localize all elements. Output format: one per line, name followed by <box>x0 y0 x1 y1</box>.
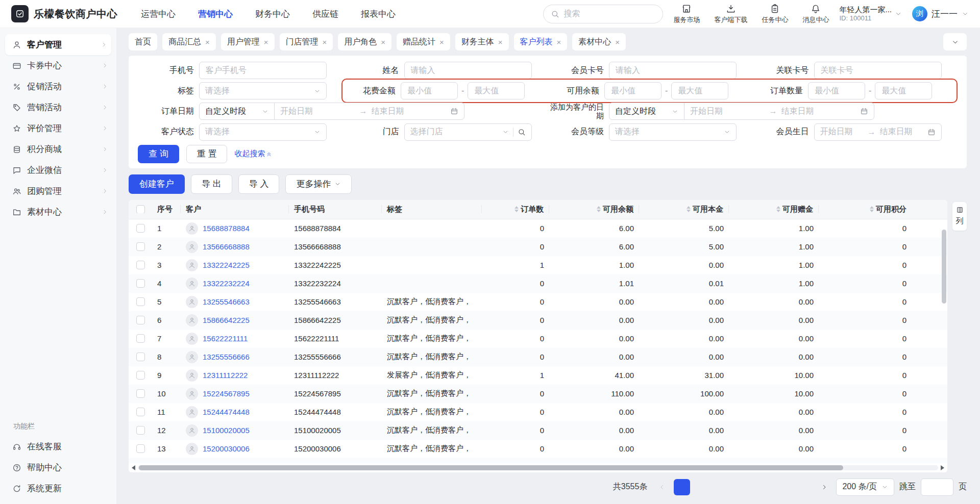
row-checkbox[interactable] <box>136 444 145 453</box>
tab[interactable]: 商品汇总 × <box>162 33 216 51</box>
close-icon[interactable]: × <box>439 38 444 46</box>
sidebar-item[interactable]: 促销活动 <box>0 76 116 97</box>
sidebar-footer-item[interactable]: 在线客服 <box>0 436 116 457</box>
search-input[interactable] <box>564 9 669 18</box>
table-row[interactable]: 7 15622221111 15622221111 沉默客户，低消费客户， 0 … <box>129 330 947 348</box>
export-button[interactable]: 导 出 <box>191 174 232 194</box>
table-row[interactable]: 9 12311112222 12311112222 发展客户，低消费客户， 1 … <box>129 366 947 385</box>
table-row[interactable]: 8 13255556666 13255556666 沉默客户，低消费客户， 0 … <box>129 348 947 366</box>
column-settings-button[interactable]: 列 <box>952 202 967 231</box>
customer-link[interactable]: 12311112222 <box>203 371 248 380</box>
search-button[interactable]: 查 询 <box>138 145 179 163</box>
collapse-search-link[interactable]: 收起搜索 <box>234 149 272 159</box>
page-number[interactable] <box>735 479 751 495</box>
order-count-min-input[interactable] <box>808 82 865 99</box>
tab[interactable]: 素材中心 × <box>572 33 626 51</box>
top-nav-item[interactable]: 营销中心 <box>198 8 233 20</box>
spend-amount-max-input[interactable] <box>468 82 525 99</box>
added-date-preset-select[interactable]: 自定义时段 <box>609 103 684 120</box>
customer-link[interactable]: 15866642225 <box>203 316 250 324</box>
page-number[interactable] <box>674 479 690 495</box>
page-number[interactable] <box>755 479 772 495</box>
create-customer-button[interactable]: 创建客户 <box>129 174 185 194</box>
tab[interactable]: 财务主体 × <box>455 33 509 51</box>
customer-link[interactable]: 13322242225 <box>203 261 250 269</box>
top-nav-item[interactable]: 供应链 <box>312 8 338 20</box>
balance-max-input[interactable] <box>671 82 728 99</box>
table-row[interactable]: 10 15224567895 15224567895 沉默客户，低消费客户， 0… <box>129 385 947 403</box>
jump-page-input[interactable] <box>921 478 953 496</box>
prev-page-button[interactable] <box>655 479 669 495</box>
table-row[interactable]: 13 15200030006 15200030006 沉默客户，低消费客户， 0… <box>129 440 947 458</box>
table-row[interactable]: 12 15100020005 15100020005 沉默客户，低消费客户， 0… <box>129 421 947 440</box>
scroll-right-arrow[interactable] <box>941 465 944 470</box>
table-row[interactable]: 2 13566668888 13566668888 0 6.00 5.00 1.… <box>129 238 947 256</box>
horizontal-scrollbar-track[interactable] <box>138 465 938 470</box>
table-row[interactable]: 4 13322232224 13322232224 0 1.01 0.01 1.… <box>129 274 947 293</box>
sort-icon[interactable] <box>597 206 601 212</box>
spend-amount-min-input[interactable] <box>401 82 458 99</box>
row-checkbox[interactable] <box>136 389 145 398</box>
table-row[interactable]: 1 15688878884 15688878884 0 6.00 5.00 1.… <box>129 219 947 238</box>
sidebar-item[interactable]: 素材中心 <box>0 201 116 222</box>
sidebar-item[interactable]: 营销活动 <box>0 97 116 118</box>
next-page-button[interactable] <box>818 479 831 495</box>
tab[interactable]: 客户列表 × <box>514 33 568 51</box>
page-number[interactable] <box>694 479 710 495</box>
member-level-select[interactable]: 请选择 <box>609 123 737 141</box>
close-icon[interactable]: × <box>615 38 620 46</box>
customer-link[interactable]: 15622221111 <box>203 334 248 343</box>
page-number[interactable] <box>796 479 813 495</box>
phone-input[interactable] <box>199 62 327 79</box>
scroll-left-arrow[interactable] <box>132 465 135 470</box>
header-tool[interactable]: 服务市场 <box>673 4 700 24</box>
member-card-input[interactable] <box>609 62 737 79</box>
row-checkbox[interactable] <box>136 426 145 435</box>
tab[interactable]: 门店管理 × <box>280 33 333 51</box>
top-nav-item[interactable]: 运营中心 <box>141 8 176 20</box>
global-search[interactable] <box>543 5 663 23</box>
top-nav-item[interactable]: 报表中心 <box>361 8 396 20</box>
tab-list-expand-button[interactable] <box>943 33 967 51</box>
sort-icon[interactable] <box>776 206 780 212</box>
table-row[interactable]: 11 15244474448 15244474448 沉默客户，低消费客户， 0… <box>129 403 947 421</box>
row-checkbox[interactable] <box>136 371 145 380</box>
order-date-range[interactable]: 开始日期 结束日期 <box>274 103 464 120</box>
close-icon[interactable]: × <box>205 38 210 46</box>
order-count-max-input[interactable] <box>875 82 932 99</box>
customer-link[interactable]: 13566668888 <box>203 242 250 251</box>
table-row[interactable]: 6 15866642225 15866642225 沉默客户，低消费客户， 0 … <box>129 311 947 330</box>
customer-link[interactable]: 13255556666 <box>203 352 250 361</box>
header-tool[interactable]: 任务中心 <box>762 4 788 24</box>
customer-link[interactable]: 15688878884 <box>203 224 250 233</box>
sort-icon[interactable] <box>870 206 874 212</box>
close-icon[interactable]: × <box>264 38 268 46</box>
sidebar-item[interactable]: 积分商城 <box>0 139 116 160</box>
row-checkbox[interactable] <box>136 242 145 251</box>
horizontal-scrollbar-thumb[interactable] <box>139 465 843 470</box>
tab[interactable]: 用户角色 × <box>338 33 391 51</box>
store-select[interactable]: 选择门店 <box>404 123 532 141</box>
top-nav-item[interactable]: 财务中心 <box>255 8 290 20</box>
customer-link[interactable]: 15200030006 <box>203 444 250 453</box>
row-checkbox[interactable] <box>136 352 145 361</box>
header-tool[interactable]: 客户端下载 <box>714 4 747 24</box>
row-checkbox[interactable] <box>136 316 145 324</box>
name-input[interactable] <box>404 62 532 79</box>
row-checkbox[interactable] <box>136 261 145 269</box>
sidebar-item[interactable]: 团购管理 <box>0 181 116 201</box>
row-checkbox[interactable] <box>136 408 145 416</box>
vertical-scrollbar-thumb[interactable] <box>942 230 946 304</box>
sort-icon[interactable] <box>687 206 691 212</box>
sidebar-item[interactable]: 评价管理 <box>0 118 116 139</box>
reset-button[interactable]: 重 置 <box>186 145 228 163</box>
customer-link[interactable]: 15244474448 <box>203 408 250 416</box>
customer-link[interactable]: 15224567895 <box>203 389 250 398</box>
balance-min-input[interactable] <box>604 82 662 99</box>
select-all-checkbox[interactable] <box>136 205 145 213</box>
linked-card-input[interactable] <box>814 62 942 79</box>
row-checkbox[interactable] <box>136 297 145 306</box>
merchant-account[interactable]: 年轻人第一家... ID: 100011 <box>839 5 902 23</box>
row-checkbox[interactable] <box>136 334 145 343</box>
close-icon[interactable]: × <box>557 38 561 46</box>
